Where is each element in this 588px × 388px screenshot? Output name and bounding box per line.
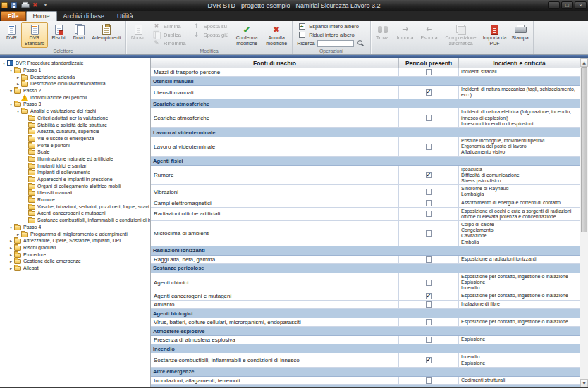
hazard-checkbox[interactable] [426,211,432,217]
search-input[interactable] [317,40,354,47]
ribbon-button-sposta-gi[interactable]: ↓Sposta giù [190,31,230,39]
tree-item-vie-e-uscite-di-emergenza[interactable]: Vie e uscite di emergenza [0,135,150,142]
ribbon-button-conferma-modifiche[interactable]: ✔Conferma modifiche [231,22,262,48]
tree-item-vasche-tubazioni-serbatoi-pozzi-neri-fogne-scavi[interactable]: Vasche, tubazioni, serbatoi, pozzi neri,… [0,203,150,210]
ribbon-button-trova[interactable]: Trova [372,22,393,48]
scrollbar-thumb[interactable] [581,67,587,232]
tree-item-porte-e-portoni[interactable]: Porte e portoni [0,142,150,149]
table-row[interactable]: RumoreIpoacusiaDifficoltà di comunicazio… [151,166,580,186]
table-row[interactable]: Mezzi di trasporto personeIncidenti stra… [151,68,580,77]
tree-item-descrizione-azienda[interactable]: ▸Descrizione azienda [0,73,150,80]
ribbon-button-esporta[interactable]: ←Esporta [417,22,441,48]
tab-file[interactable]: File [1,11,26,21]
tree-item-passo-2[interactable]: ▾Passo 2 [0,87,150,94]
table-row[interactable]: Scariche atmosfericheIncidenti di natura… [151,108,580,128]
hazard-checkbox[interactable] [426,337,432,343]
ribbon-button-stampa[interactable]: Stampa [509,22,532,48]
table-row[interactable]: Radiazioni ottiche artificialiEsposizion… [151,208,580,221]
tree-item-programma-di-miglioramento-e-adempimenti[interactable]: ▸Programma di miglioramento e adempiment… [0,230,150,237]
ribbon-button-annulla-modifiche[interactable]: ✖Annulla modifiche [262,22,290,48]
minimize-button[interactable]: – [548,1,560,9]
hazard-checkbox[interactable] [426,89,432,96]
table-row[interactable]: Raggi alfa, beta, gammaEsposizione a rad… [151,256,580,264]
tree-expand-icon[interactable]: ▸ [8,245,14,250]
column-header-pericoli-presenti[interactable]: Pericoli presenti [399,58,459,68]
tree-item-rischi-graduati[interactable]: ▸Rischi graduati [0,244,150,251]
tree-collapse-icon[interactable]: ▾ [8,88,14,93]
hazard-checkbox[interactable] [426,200,432,206]
tree-item-sostanze-combustibili-infiammabili-e-condizioni-di-innesco[interactable]: Sostanze combustibili, infiammabili e co… [0,217,150,224]
tree-item-passo-3[interactable]: ▾Passo 3 [0,101,150,108]
tree-collapse-icon[interactable]: ▾ [8,68,14,73]
ribbon-button-importa[interactable]: →Importa [393,22,417,48]
tree-item-agenti-cancerogeni-e-mutageni[interactable]: Agenti cancerogeni e mutageni [0,210,150,217]
qat-disk-button[interactable] [10,1,18,9]
tree-expand-icon[interactable]: ▸ [8,265,14,270]
tree-item-impianti-idrici-e-sanitari[interactable]: Impianti idrici e sanitari [0,162,150,169]
tree-item-utensili-manuali[interactable]: Utensili manuali [0,189,150,196]
table-row[interactable]: Inondazioni, allagamenti, terremotiCedim… [151,377,580,385]
table-row[interactable]: Agenti cancerogeni e mutageniEsposizione… [151,292,580,301]
vertical-scrollbar[interactable]: ▲ ▼ [580,58,588,387]
tree-item-passo-4[interactable]: ▾Passo 4 [0,224,150,231]
hazard-checkbox[interactable] [426,293,432,299]
ribbon-button-duplica[interactable]: Duplica [150,31,188,39]
tree-collapse-icon[interactable]: ▾ [15,108,21,113]
hazard-checkbox[interactable] [426,69,432,75]
table-row[interactable]: Lavoro al videoterminalePosture incongru… [151,137,580,157]
tree-item-organi-di-collegamento-elettrico-mobili[interactable]: Organi di collegamento elettrico mobili [0,182,150,189]
tree-item-descrizione-ciclo-lavorativo-attivit[interactable]: ▸Descrizione ciclo lavorativo/attività [0,80,150,87]
tree-item-scale[interactable]: Scale [0,149,150,156]
tree-item-individuazione-dei-pericoli[interactable]: Individuazione dei pericoli [0,94,150,101]
tree-expand-icon[interactable]: ▸ [15,81,21,86]
ribbon-button-rinomina[interactable]: ✎Rinomina [150,39,188,47]
ribbon-button-nuovo[interactable]: Nuovo [128,22,149,48]
tree-item-criteri-adottati-per-la-valutazione[interactable]: Criteri adottati per la valutazione [0,115,150,122]
table-row[interactable]: AmiantoInalazione di fibre [151,301,580,309]
tree-item-stabilit-e-solidit-delle-strutture[interactable]: Stabilità e solidità delle strutture [0,121,150,128]
tree-item-apparecchi-e-impianti-in-pressione[interactable]: Apparecchi e impianti in pressione [0,176,150,183]
tree-expand-icon[interactable]: ▸ [8,258,14,263]
table-row[interactable]: Agenti chimiciEsposizione per contatto, … [151,273,580,293]
ribbon-button-dvr-standard[interactable]: DVR Standard [21,22,48,48]
ribbon-button-composizione-automatica[interactable]: Composizione automatica [441,22,481,48]
scroll-down-icon[interactable]: ▼ [580,379,588,387]
hazard-checkbox[interactable] [426,357,432,363]
tree-item-altezza-cubatura-superficie[interactable]: Altezza, cubatura, superficie [0,128,150,135]
hazard-checkbox[interactable] [426,377,432,384]
table-row[interactable]: Presenza di atmosfera esplosivaEsplosion… [151,336,580,344]
table-row[interactable]: Utensili manualiIncidenti di natura mecc… [151,86,580,99]
column-header-fonti-di-rischio[interactable]: Fonti di rischio [151,58,399,68]
hazard-checkbox[interactable] [426,172,432,178]
qat-qat-print-button[interactable] [20,1,28,9]
ribbon-button-dvr[interactable]: DVR [2,22,21,48]
close-button[interactable]: × [575,1,587,9]
hazard-checkbox[interactable] [426,144,432,150]
tree-expand-icon[interactable]: ▸ [15,232,21,237]
tree-item-impianti-di-sollevamento[interactable]: Impianti di sollevamento [0,169,150,176]
tree-item-procedure[interactable]: ▸Procedure [0,251,150,258]
tree-expand-icon[interactable]: ▸ [15,75,21,80]
ribbon-button-elimina[interactable]: ✖Elimina [150,23,188,30]
hazard-checkbox[interactable] [426,230,432,237]
hazard-checkbox[interactable] [426,256,432,263]
scrollbar-track[interactable] [580,67,588,379]
maximize-button[interactable]: □ [561,1,573,9]
qat-qat-x-button[interactable]: ✖ [31,1,39,9]
tree-item-passo-1[interactable]: ▾Passo 1 [0,67,150,74]
ribbon-button-sposta-su[interactable]: ↑Sposta su [190,23,230,30]
hazard-checkbox[interactable] [426,301,432,308]
tree-collapse-icon[interactable]: ▾ [8,101,14,106]
ribbon-button-importa-da-pdf[interactable]: Importa da PDF [481,22,509,48]
ribbon-button-espandi-intero-albero[interactable]: Espandi intero albero [295,23,367,30]
table-row[interactable]: Sostanze combustibili, infiammabili e co… [151,353,580,367]
tree-item-allegati[interactable]: ▸Allegati [0,265,150,272]
table-row[interactable]: VibrazioniSindrome di RaynaudLombalgia [151,185,580,199]
table-row[interactable]: Campi elettromagneticiAssorbimento di en… [151,199,580,208]
tab-archivi-di-base[interactable]: Archivi di base [57,12,111,21]
table-row[interactable]: Virus, batteri, colture cellulari, micro… [151,318,580,327]
ribbon-button-duvri[interactable]: Duvri [69,22,89,48]
tree-item-attrezzature-opere-sostanze-impianti-dpi[interactable]: ▸Attrezzature, Opere, Sostanze, Impianti… [0,237,150,244]
tree-item-dvr-procedure-standardizzate[interactable]: ▾DVR Procedure standardizzate [0,60,150,67]
tree-collapse-icon[interactable]: ▾ [1,61,7,65]
